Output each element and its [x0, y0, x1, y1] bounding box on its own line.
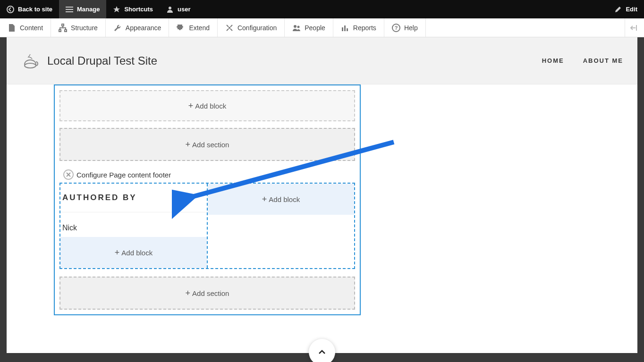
- plus-icon: +: [186, 140, 191, 150]
- menu-appearance-label: Appearance: [126, 24, 161, 32]
- collapse-icon: [630, 23, 639, 33]
- site-header: Local Drupal Test Site HOME ABOUT ME: [7, 37, 637, 84]
- primary-nav: HOME ABOUT ME: [542, 57, 623, 64]
- svg-rect-1: [66, 7, 73, 8]
- tools-icon: [225, 24, 234, 32]
- add-section-label: Add section: [192, 289, 229, 297]
- hamburger-icon: [66, 6, 73, 13]
- column-right: + Add block: [207, 184, 354, 268]
- user-button[interactable]: user: [160, 0, 197, 18]
- site-logo-icon: [21, 51, 40, 70]
- puzzle-icon: [177, 24, 185, 32]
- user-icon: [166, 6, 174, 13]
- admin-menu: Content Structure Appearance Extend Conf…: [0, 18, 644, 37]
- add-block-button[interactable]: + Add block: [208, 184, 354, 215]
- column-left: AUTHORED BY Nick + Add block: [60, 184, 207, 268]
- add-block-button[interactable]: + Add block: [59, 90, 355, 121]
- svg-point-7: [297, 25, 300, 28]
- layout-builder-region: + Add block + Add section Configure Page…: [54, 84, 361, 315]
- back-label: Back to site: [18, 6, 52, 13]
- menu-reports-label: Reports: [353, 24, 376, 32]
- menu-structure[interactable]: Structure: [51, 18, 106, 37]
- svg-point-6: [294, 25, 297, 28]
- add-block-label: Add block: [195, 102, 226, 110]
- file-icon: [8, 24, 16, 32]
- plus-icon: +: [115, 248, 120, 258]
- star-icon: [113, 6, 120, 13]
- svg-rect-2: [66, 9, 73, 10]
- structure-icon: [59, 24, 67, 32]
- svg-point-4: [169, 7, 171, 9]
- add-section-button[interactable]: + Add section: [59, 128, 355, 161]
- wrench-icon: [113, 24, 122, 32]
- edit-button[interactable]: Edit: [608, 0, 644, 18]
- menu-configuration[interactable]: Configuration: [218, 18, 285, 37]
- manage-label: Manage: [77, 6, 100, 13]
- authored-by-heading: AUTHORED BY: [60, 184, 207, 212]
- remove-section-button[interactable]: [63, 169, 74, 180]
- menu-structure-label: Structure: [71, 24, 98, 32]
- menu-extend[interactable]: Extend: [169, 18, 218, 37]
- chevron-up-icon: [318, 348, 326, 356]
- add-section-button[interactable]: + Add section: [59, 277, 355, 310]
- configure-section-link[interactable]: Configure Page content footer: [76, 171, 171, 179]
- manage-button[interactable]: Manage: [59, 0, 106, 18]
- toolbar-collapse-button[interactable]: [625, 18, 644, 37]
- svg-text:?: ?: [395, 25, 398, 31]
- scroll-to-top-button[interactable]: [309, 339, 335, 362]
- edit-label: Edit: [626, 6, 637, 13]
- plus-icon: +: [262, 194, 267, 204]
- menu-content[interactable]: Content: [0, 18, 51, 37]
- add-block-label: Add block: [269, 195, 300, 203]
- menu-extend-label: Extend: [189, 24, 210, 32]
- nav-home[interactable]: HOME: [542, 57, 564, 64]
- plus-icon: +: [188, 101, 194, 111]
- close-icon: [66, 172, 71, 177]
- svg-point-5: [229, 27, 230, 29]
- chart-icon: [341, 24, 349, 32]
- add-block-button[interactable]: + Add block: [60, 237, 207, 268]
- section-two-column: AUTHORED BY Nick + Add block + Add block: [59, 183, 355, 269]
- back-icon: [7, 6, 14, 13]
- author-name: Nick: [60, 212, 207, 237]
- menu-appearance[interactable]: Appearance: [106, 18, 169, 37]
- menu-configuration-label: Configuration: [237, 24, 277, 32]
- help-icon: ?: [392, 24, 400, 32]
- menu-reports[interactable]: Reports: [333, 18, 384, 37]
- site-title: Local Drupal Test Site: [47, 54, 157, 67]
- plus-icon: +: [186, 288, 191, 298]
- user-label: user: [178, 6, 190, 13]
- svg-point-13: [25, 63, 36, 68]
- menu-people[interactable]: People: [285, 18, 333, 37]
- menu-people-label: People: [305, 24, 325, 32]
- svg-point-0: [7, 6, 14, 13]
- menu-help[interactable]: ? Help: [384, 18, 426, 37]
- back-to-site-button[interactable]: Back to site: [0, 0, 59, 18]
- menu-help-label: Help: [404, 24, 418, 32]
- svg-rect-8: [342, 27, 343, 31]
- people-icon: [292, 24, 301, 32]
- svg-rect-10: [347, 28, 348, 31]
- admin-toolbar: Back to site Manage Shortcuts user Edit: [0, 0, 644, 18]
- svg-rect-3: [66, 11, 73, 12]
- svg-rect-9: [344, 25, 346, 31]
- shortcuts-button[interactable]: Shortcuts: [106, 0, 160, 18]
- add-section-label: Add section: [192, 141, 229, 149]
- shortcuts-label: Shortcuts: [124, 6, 153, 13]
- nav-about[interactable]: ABOUT ME: [583, 57, 623, 64]
- menu-content-label: Content: [20, 24, 43, 32]
- add-block-label: Add block: [121, 249, 153, 257]
- site-footer: [7, 353, 637, 362]
- pencil-icon: [614, 6, 622, 13]
